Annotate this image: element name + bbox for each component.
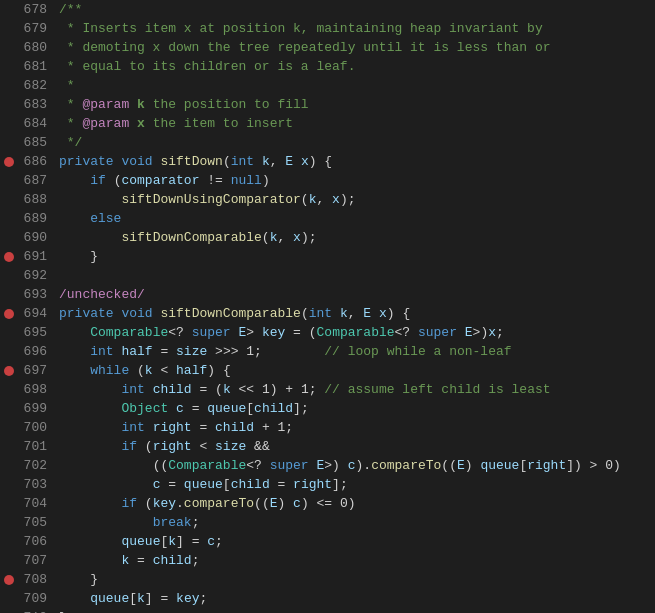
line-num-text: 689 xyxy=(24,209,47,228)
token: * xyxy=(59,76,75,95)
line-number: 697 xyxy=(0,361,55,380)
token: . xyxy=(176,494,184,513)
token: // loop while a non-leaf xyxy=(324,342,511,361)
code-line: Object c = queue[child]; xyxy=(59,399,655,418)
line-num-text: 698 xyxy=(24,380,47,399)
token: ; xyxy=(199,589,207,608)
token: comparator xyxy=(121,171,199,190)
line-num-text: 688 xyxy=(24,190,47,209)
line-number: 698 xyxy=(0,380,55,399)
token: < xyxy=(192,437,215,456)
token: size xyxy=(176,342,207,361)
line-number: 695 xyxy=(0,323,55,342)
token: half xyxy=(176,361,207,380)
token: >>> 1; xyxy=(207,342,262,361)
token: , xyxy=(348,304,364,323)
token xyxy=(59,456,153,475)
token: x xyxy=(301,152,309,171)
token: siftDownUsingComparator xyxy=(121,190,300,209)
line-num-text: 704 xyxy=(24,494,47,513)
token xyxy=(254,152,262,171)
line-num-text: 684 xyxy=(24,114,47,133)
token: half xyxy=(121,342,152,361)
token: queue xyxy=(184,475,223,494)
token: queue xyxy=(90,589,129,608)
token: E xyxy=(316,456,324,475)
code-line: } xyxy=(59,570,655,589)
token: && xyxy=(246,437,269,456)
line-number: 696 xyxy=(0,342,55,361)
token xyxy=(293,152,301,171)
token: k xyxy=(309,190,317,209)
token: child xyxy=(231,475,270,494)
code-line: /** xyxy=(59,0,655,19)
token: ] = xyxy=(145,589,176,608)
token: null xyxy=(231,171,262,190)
code-editor: 6786796806816826836846856866876886896906… xyxy=(0,0,655,613)
breakpoint-dot[interactable] xyxy=(4,366,14,376)
token: = xyxy=(129,551,152,570)
token xyxy=(332,304,340,323)
token: k xyxy=(145,361,153,380)
token: right xyxy=(153,437,192,456)
token xyxy=(59,380,121,399)
token: * equal to its children or is a leaf. xyxy=(59,57,355,76)
code-line: int half = size >>> 1; // loop while a n… xyxy=(59,342,655,361)
line-number: 689 xyxy=(0,209,55,228)
token: * Inserts item x at position k, maintain… xyxy=(59,19,543,38)
line-num-text: 703 xyxy=(24,475,47,494)
token: int xyxy=(90,342,113,361)
token: /unchecked/ xyxy=(59,285,145,304)
token: the item to insert xyxy=(145,114,293,133)
token: int xyxy=(121,380,144,399)
token xyxy=(59,209,90,228)
token: E xyxy=(270,494,278,513)
token: E xyxy=(363,304,371,323)
line-gutter: 6786796806816826836846856866876886896906… xyxy=(0,0,55,613)
token xyxy=(59,551,121,570)
token: child xyxy=(153,551,192,570)
token: ) xyxy=(262,171,270,190)
line-number: 678 xyxy=(0,0,55,19)
token: siftDownComparable xyxy=(121,228,261,247)
token xyxy=(59,190,121,209)
token: ( xyxy=(223,152,231,171)
token xyxy=(59,532,121,551)
token: k xyxy=(137,95,145,114)
token: ; xyxy=(496,323,504,342)
line-number: 690 xyxy=(0,228,55,247)
breakpoint-dot[interactable] xyxy=(4,252,14,262)
token: (( xyxy=(441,456,457,475)
token: if xyxy=(121,494,137,513)
line-num-text: 680 xyxy=(24,38,47,57)
token: ) <= 0) xyxy=(301,494,356,513)
line-number: 693 xyxy=(0,285,55,304)
token xyxy=(114,304,122,323)
token: = xyxy=(184,399,207,418)
token: queue xyxy=(207,399,246,418)
token xyxy=(59,570,90,589)
token: c xyxy=(153,475,161,494)
token: (( xyxy=(254,494,270,513)
line-num-text: 708 xyxy=(24,570,47,589)
line-number: 686 xyxy=(0,152,55,171)
token xyxy=(59,171,90,190)
code-line: k = child; xyxy=(59,551,655,570)
line-num-text: 678 xyxy=(24,0,47,19)
token: * xyxy=(59,95,82,114)
token: ) xyxy=(465,456,481,475)
line-number: 682 xyxy=(0,76,55,95)
token: + 1; xyxy=(254,418,293,437)
line-num-text: 682 xyxy=(24,76,47,95)
line-number: 700 xyxy=(0,418,55,437)
token: private xyxy=(59,304,114,323)
line-number: 707 xyxy=(0,551,55,570)
breakpoint-dot[interactable] xyxy=(4,575,14,585)
line-number: 708 xyxy=(0,570,55,589)
token: } xyxy=(90,570,98,589)
token: compareTo xyxy=(184,494,254,513)
breakpoint-dot[interactable] xyxy=(4,157,14,167)
breakpoint-dot[interactable] xyxy=(4,309,14,319)
line-number: 679 xyxy=(0,19,55,38)
token: x xyxy=(379,304,387,323)
